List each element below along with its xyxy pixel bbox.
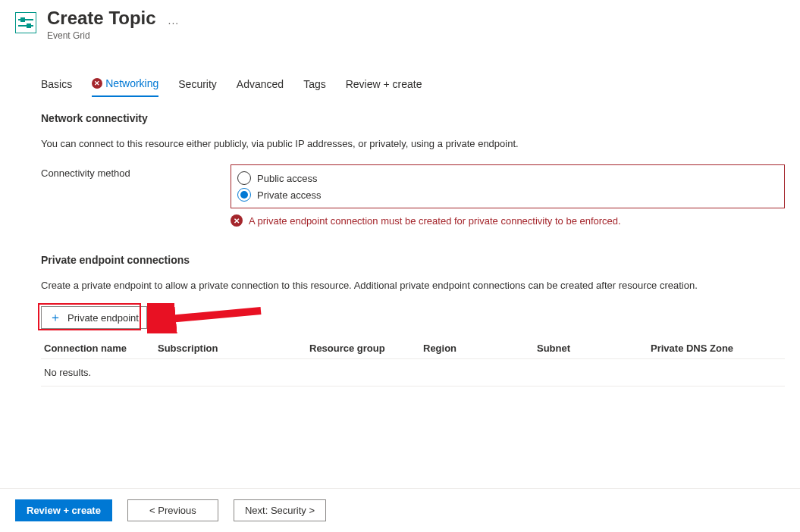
network-section-title: Network connectivity: [41, 112, 785, 124]
error-icon: [231, 214, 243, 227]
col-dns-zone[interactable]: Private DNS Zone: [651, 343, 772, 354]
col-region[interactable]: Region: [423, 343, 537, 354]
network-section-desc: You can connect to this resource either …: [41, 138, 785, 149]
connectivity-radio-group: Public access Private access: [231, 164, 785, 208]
col-subscription[interactable]: Subscription: [158, 343, 309, 354]
tab-tags[interactable]: Tags: [303, 77, 326, 97]
radio-label: Public access: [257, 173, 317, 184]
radio-icon: [237, 188, 251, 202]
radio-private-access[interactable]: Private access: [237, 186, 778, 203]
button-label: Private endpoint: [67, 312, 139, 324]
svg-rect-3: [27, 23, 31, 28]
svg-rect-2: [20, 17, 25, 22]
tab-review[interactable]: Review + create: [346, 77, 422, 97]
plus-icon: ＋: [49, 311, 61, 324]
annotation-arrow-icon: [147, 303, 268, 333]
tab-basics[interactable]: Basics: [41, 77, 72, 97]
col-resource-group[interactable]: Resource group: [309, 343, 423, 354]
resource-icon: [15, 12, 36, 33]
connectivity-label: Connectivity method: [41, 164, 231, 179]
review-create-button[interactable]: Review + create: [15, 499, 112, 521]
add-private-endpoint-button[interactable]: ＋ Private endpoint: [41, 306, 147, 329]
page-subtitle: Event Grid: [47, 30, 156, 41]
tab-networking[interactable]: Networking: [92, 77, 158, 97]
radio-icon: [237, 171, 251, 185]
pe-table: Connection name Subscription Resource gr…: [41, 338, 785, 386]
tab-advanced[interactable]: Advanced: [237, 77, 284, 97]
col-subnet[interactable]: Subnet: [537, 343, 651, 354]
previous-button[interactable]: < Previous: [127, 499, 218, 521]
page-header: Create Topic Event Grid ···: [0, 0, 800, 41]
pe-section-desc: Create a private endpoint to allow a pri…: [41, 280, 785, 291]
footer: Review + create < Previous Next: Securit…: [0, 488, 800, 532]
pe-section-title: Private endpoint connections: [41, 254, 785, 266]
radio-label: Private access: [257, 189, 322, 201]
page-title: Create Topic: [47, 8, 156, 29]
more-icon[interactable]: ···: [168, 17, 180, 29]
table-empty-row: No results.: [41, 359, 785, 386]
next-button[interactable]: Next: Security >: [234, 499, 326, 521]
connectivity-error: A private endpoint connection must be cr…: [231, 214, 785, 227]
svg-line-5: [161, 311, 261, 320]
tabs: Basics Networking Security Advanced Tags…: [41, 77, 800, 97]
error-icon: [92, 78, 102, 89]
col-connection-name[interactable]: Connection name: [44, 343, 158, 354]
radio-public-access[interactable]: Public access: [237, 170, 778, 186]
tab-security[interactable]: Security: [178, 77, 217, 97]
